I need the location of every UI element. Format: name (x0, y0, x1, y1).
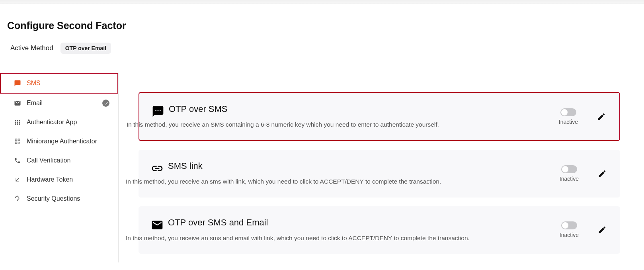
card-title: SMS link (168, 161, 203, 171)
sidebar-item-label: SMS (27, 80, 109, 87)
grid-icon (14, 119, 21, 126)
toggle-sms-link[interactable] (561, 165, 577, 173)
sidebar-item-label: Miniorange Authenticator (27, 138, 109, 145)
active-method-badge: OTP over Email (60, 43, 111, 54)
header: Configure Second Factor Active Method OT… (0, 4, 644, 54)
toggle-otp-over-sms-and-email[interactable] (561, 221, 577, 229)
toggle-status-label: Inactive (559, 119, 578, 125)
active-method-label: Active Method (10, 44, 53, 52)
edit-button[interactable] (598, 169, 607, 178)
sidebar: SMS Email Authenticator App Miniorange A… (0, 73, 119, 262)
sidebar-item-security-questions[interactable]: Security Questions (0, 189, 118, 208)
sidebar-item-label: Hardware Token (27, 176, 109, 183)
sidebar-item-email[interactable]: Email (0, 94, 118, 113)
question-icon (14, 195, 21, 202)
check-icon (102, 100, 109, 107)
edit-button[interactable] (597, 112, 606, 121)
active-method-row: Active Method OTP over Email (7, 43, 644, 54)
sidebar-item-label: Email (27, 100, 97, 107)
sidebar-item-call-verification[interactable]: Call Verification (0, 151, 118, 170)
toggle-otp-over-sms[interactable] (560, 108, 576, 116)
edit-button[interactable] (598, 225, 607, 234)
toggle-status-label: Inactive (560, 176, 579, 182)
card-description: In this method, you receive an sms and e… (126, 233, 548, 243)
sidebar-item-label: Call Verification (27, 157, 109, 164)
email-icon (14, 100, 21, 107)
sidebar-item-hardware-token[interactable]: Hardware Token (0, 170, 118, 189)
card-description: In this method, you receive an SMS conta… (127, 120, 548, 129)
mail-icon (150, 218, 164, 232)
card-title: OTP over SMS (169, 104, 228, 114)
phone-icon (14, 157, 21, 164)
sidebar-item-miniorange-authenticator[interactable]: Miniorange Authenticator (0, 132, 118, 151)
method-card-otp-over-sms: OTP over SMS In this method, you receive… (139, 92, 620, 141)
method-card-otp-over-sms-and-email: OTP over SMS and Email In this method, y… (139, 206, 620, 254)
sidebar-item-label: Authenticator App (27, 119, 109, 126)
top-divider (0, 0, 644, 4)
sms-icon (14, 80, 21, 87)
page-title: Configure Second Factor (7, 20, 644, 31)
main-content: OTP over SMS In this method, you receive… (119, 73, 644, 262)
sidebar-item-label: Security Questions (27, 195, 109, 202)
toggle-status-label: Inactive (560, 232, 579, 238)
method-card-sms-link: SMS link In this method, you receive an … (139, 150, 620, 197)
sidebar-item-authenticator-app[interactable]: Authenticator App (0, 113, 118, 132)
chat-icon (151, 105, 165, 118)
qr-icon (14, 138, 21, 145)
sidebar-item-sms[interactable]: SMS (0, 73, 118, 94)
card-title: OTP over SMS and Email (168, 217, 268, 228)
card-description: In this method, you receive an sms with … (126, 177, 548, 186)
link-icon (150, 162, 164, 175)
token-icon (14, 176, 21, 183)
